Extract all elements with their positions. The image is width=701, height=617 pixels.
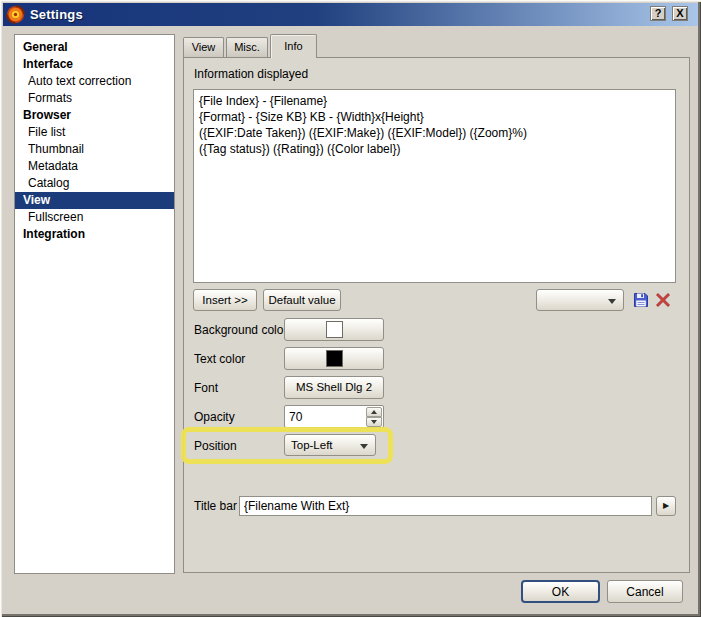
title-bar-input[interactable] xyxy=(239,496,652,516)
sidebar-item-thumbnail[interactable]: Thumbnail xyxy=(15,141,174,158)
tab-misc[interactable]: Misc. xyxy=(226,37,268,57)
close-button[interactable]: X xyxy=(672,6,688,21)
sidebar-item-interface[interactable]: Interface xyxy=(15,56,174,73)
opacity-spin-up[interactable] xyxy=(366,407,382,417)
chevron-down-icon xyxy=(608,299,616,304)
help-button[interactable]: ? xyxy=(650,6,666,21)
up-arrow-icon xyxy=(371,410,377,414)
sidebar-item-metadata[interactable]: Metadata xyxy=(15,158,174,175)
preset-combobox[interactable] xyxy=(536,289,624,311)
info-tab-panel: Information displayed {File Index} - {Fi… xyxy=(183,57,690,573)
insert-variable-button[interactable]: ▶ xyxy=(656,496,676,516)
settings-dialog: Settings ? X General Interface Auto text… xyxy=(0,0,701,617)
tab-info[interactable]: Info xyxy=(270,34,317,58)
title-bar[interactable]: Settings ? X xyxy=(3,3,698,26)
app-icon xyxy=(6,5,25,24)
sidebar-item-file-list[interactable]: File list xyxy=(15,124,174,141)
chevron-down-icon xyxy=(360,444,368,449)
delete-icon[interactable] xyxy=(655,292,671,308)
tab-view[interactable]: View xyxy=(183,37,224,57)
background-color-swatch xyxy=(326,321,343,338)
text-color-button[interactable] xyxy=(284,347,384,370)
default-value-button[interactable]: Default value xyxy=(263,289,341,311)
opacity-spin-down[interactable] xyxy=(366,417,382,427)
position-dropdown-value: Top-Left xyxy=(291,439,333,451)
position-label: Position xyxy=(194,439,237,453)
background-color-label: Background color xyxy=(194,323,287,337)
ok-button[interactable]: OK xyxy=(521,580,600,603)
opacity-label: Opacity xyxy=(194,410,235,424)
sidebar-item-general[interactable]: General xyxy=(15,39,174,56)
opacity-input[interactable] xyxy=(289,407,361,426)
sidebar-item-formats[interactable]: Formats xyxy=(15,90,174,107)
cancel-button[interactable]: Cancel xyxy=(607,580,683,603)
sidebar-item-browser[interactable]: Browser xyxy=(15,107,174,124)
sidebar-item-fullscreen[interactable]: Fullscreen xyxy=(15,209,174,226)
information-displayed-label: Information displayed xyxy=(194,67,308,81)
info-template-textarea[interactable]: {File Index} - {Filename} {Format} - {Si… xyxy=(193,89,676,283)
right-triangle-icon: ▶ xyxy=(663,501,669,510)
text-color-swatch xyxy=(326,350,343,367)
text-color-label: Text color xyxy=(194,352,245,366)
down-arrow-icon xyxy=(371,420,377,424)
opacity-spinbox xyxy=(284,405,384,428)
sidebar-item-integration[interactable]: Integration xyxy=(15,226,174,243)
font-label: Font xyxy=(194,381,218,395)
settings-category-list: General Interface Auto text correction F… xyxy=(14,34,175,574)
window-title: Settings xyxy=(30,7,83,22)
title-bar-label: Title bar xyxy=(194,499,237,513)
sidebar-item-catalog[interactable]: Catalog xyxy=(15,175,174,192)
save-icon[interactable] xyxy=(633,292,649,308)
sidebar-item-view[interactable]: View xyxy=(15,192,174,209)
sidebar-item-auto-text-correction[interactable]: Auto text correction xyxy=(15,73,174,90)
font-button[interactable]: MS Shell Dlg 2 xyxy=(284,376,384,399)
insert-button[interactable]: Insert >> xyxy=(193,289,257,311)
background-color-button[interactable] xyxy=(284,318,384,341)
position-dropdown[interactable]: Top-Left xyxy=(284,434,376,456)
